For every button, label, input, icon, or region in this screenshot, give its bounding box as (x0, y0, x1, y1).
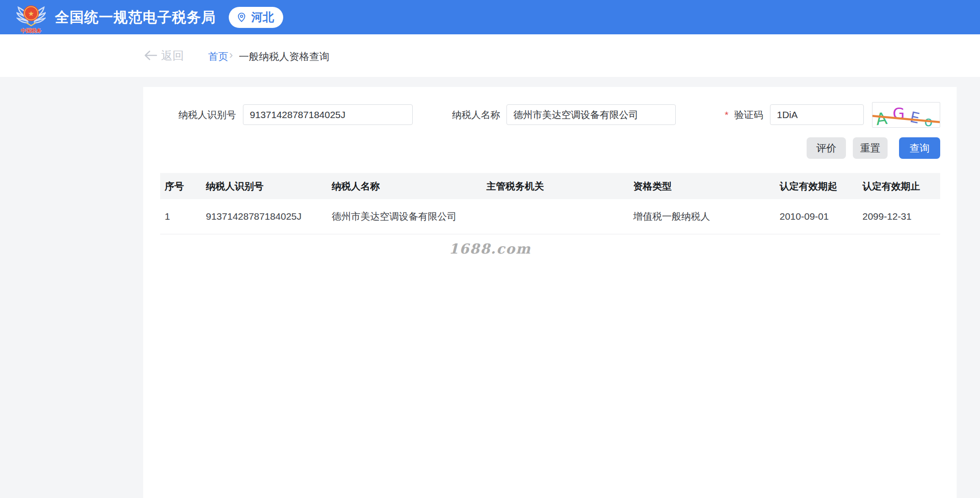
col-header-taxpayer-id: 纳税人识别号 (201, 173, 327, 199)
col-header-seq: 序号 (160, 173, 201, 199)
table-row: 1 91371428787184025J 德州市美达空调设备有限公司 增值税一般… (160, 199, 940, 234)
location-pin-icon (236, 12, 247, 23)
reset-button[interactable]: 重置 (853, 137, 888, 159)
required-asterisk: * (725, 104, 731, 125)
watermark: 1688.com (417, 241, 563, 257)
location-badge[interactable]: 河北 (229, 7, 283, 28)
col-header-tax-authority: 主管税务机关 (482, 173, 629, 199)
app-title: 全国统一规范电子税务局 (55, 8, 216, 27)
back-button[interactable]: 返回 (161, 48, 184, 63)
location-badge-label: 河北 (251, 10, 274, 25)
col-header-taxpayer-name: 纳税人名称 (327, 173, 482, 199)
captcha-letter: G (893, 104, 905, 123)
cell-taxpayer-name: 德州市美达空调设备有限公司 (327, 199, 482, 234)
breadcrumb-bar: 返回 首页 › 一般纳税人资格查询 (0, 34, 980, 77)
taxpayer-name-label: 纳税人名称 (445, 104, 500, 125)
cell-seq: 1 (160, 199, 201, 234)
cell-valid-from: 2010-09-01 (775, 199, 858, 234)
logo-caption: 中国税务 (21, 28, 42, 33)
cell-valid-to: 2099-12-31 (858, 199, 940, 234)
cell-taxpayer-id: 91371428787184025J (201, 199, 327, 234)
col-header-valid-from: 认定有效期起 (775, 173, 858, 199)
breadcrumb-current-page: 一般纳税人资格查询 (239, 50, 329, 64)
captcha-letter: E (908, 108, 921, 127)
app-header: ★ 中国税务 全国统一规范电子税务局 河北 (0, 0, 980, 34)
table-header-row: 序号 纳税人识别号 纳税人名称 主管税务机关 资格类型 认定有效期起 认定有效期… (160, 173, 940, 199)
captcha-image[interactable]: A G E o (872, 102, 940, 128)
breadcrumb-separator: › (229, 49, 233, 61)
col-header-valid-to: 认定有效期止 (858, 173, 940, 199)
back-arrow-icon[interactable] (143, 49, 158, 61)
taxpayer-name-input[interactable] (506, 104, 676, 125)
captcha-label: 验证码 (734, 104, 765, 125)
query-panel: 纳税人识别号 纳税人名称 * 验证码 A G E o 评价 重置 查询 序号 纳… (143, 87, 957, 498)
taxpayer-id-input[interactable] (243, 104, 413, 125)
svg-text:★: ★ (28, 10, 34, 17)
query-button[interactable]: 查询 (899, 137, 940, 159)
taxpayer-id-label: 纳税人识别号 (172, 104, 236, 125)
captcha-input[interactable] (770, 104, 864, 125)
results-table: 序号 纳税人识别号 纳税人名称 主管税务机关 资格类型 认定有效期起 认定有效期… (160, 173, 940, 234)
col-header-qualification-type: 资格类型 (629, 173, 775, 199)
tax-bureau-logo-icon: ★ 中国税务 (16, 2, 46, 34)
cell-qualification-type: 增值税一般纳税人 (629, 199, 775, 234)
evaluate-button[interactable]: 评价 (807, 137, 846, 159)
breadcrumb-home-link[interactable]: 首页 (208, 50, 228, 64)
cell-tax-authority (482, 199, 629, 234)
